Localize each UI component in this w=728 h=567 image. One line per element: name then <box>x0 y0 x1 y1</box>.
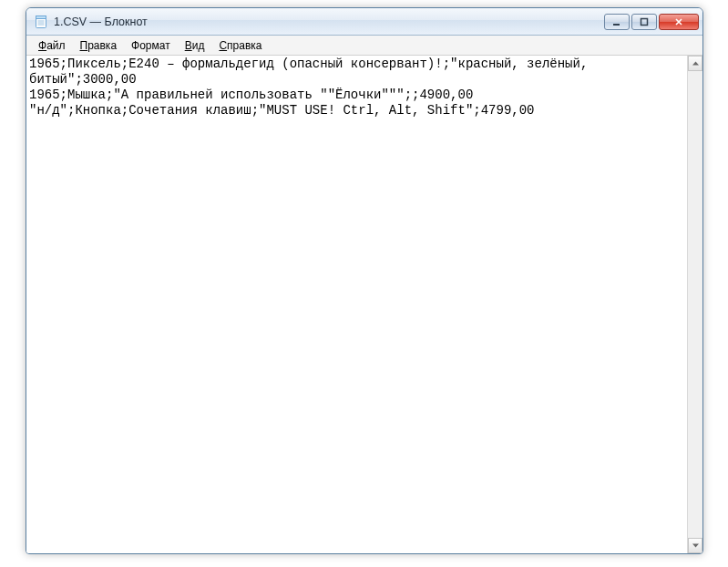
menu-format[interactable]: Формат <box>125 37 177 54</box>
svg-rect-6 <box>641 18 648 25</box>
vertical-scrollbar[interactable] <box>687 56 702 553</box>
notepad-window: 1.CSV — Блокнот Файл Правка Формат Вид С… <box>26 7 703 554</box>
minimize-button[interactable] <box>604 14 630 30</box>
scroll-track[interactable] <box>688 71 702 538</box>
notepad-icon <box>34 15 48 29</box>
menubar: Файл Правка Формат Вид Справка <box>26 36 702 56</box>
close-button[interactable] <box>659 14 699 30</box>
maximize-button[interactable] <box>631 14 657 30</box>
titlebar[interactable]: 1.CSV — Блокнот <box>26 8 702 36</box>
window-controls <box>604 14 699 30</box>
menu-help[interactable]: Справка <box>212 37 268 54</box>
menu-file[interactable]: Файл <box>32 37 72 54</box>
text-editor[interactable]: 1965;Пиксель;E240 – формальдегид (опасны… <box>26 56 687 553</box>
scroll-up-button[interactable] <box>688 56 702 71</box>
content-area: 1965;Пиксель;E240 – формальдегид (опасны… <box>26 56 702 553</box>
menu-edit[interactable]: Правка <box>74 37 124 54</box>
window-title: 1.CSV — Блокнот <box>54 15 599 28</box>
svg-rect-1 <box>36 15 46 18</box>
svg-rect-5 <box>613 24 620 26</box>
menu-view[interactable]: Вид <box>179 37 211 54</box>
scroll-down-button[interactable] <box>688 538 702 553</box>
